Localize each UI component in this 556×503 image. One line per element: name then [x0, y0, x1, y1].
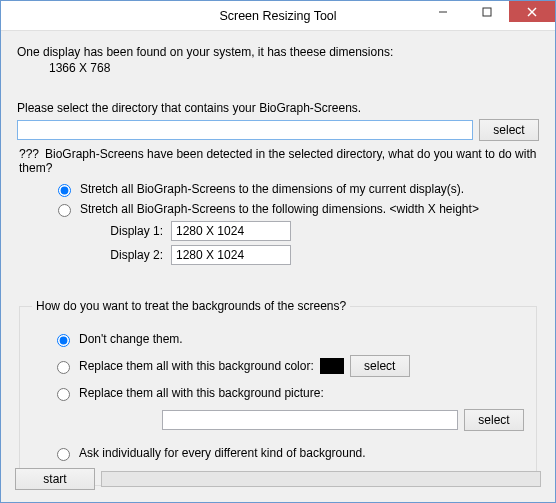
close-icon — [527, 7, 537, 17]
bg-opt-color-label: Replace them all with this background co… — [79, 358, 314, 374]
window: Screen Resizing Tool One display has bee… — [0, 0, 556, 503]
background-legend: How do you want to treat the backgrounds… — [32, 299, 350, 313]
maximize-icon — [482, 7, 492, 17]
bg-picture-row: select — [162, 409, 524, 431]
background-group: How do you want to treat the backgrounds… — [19, 299, 537, 486]
bg-opt-dont[interactable]: Don't change them. — [52, 331, 524, 347]
client-area: One display has been found on your syste… — [1, 31, 555, 496]
bg-opt-ask-label: Ask individually for every different kin… — [79, 445, 366, 461]
opt-stretch-current-radio[interactable] — [58, 184, 71, 197]
opt-stretch-current-label: Stretch all BioGraph-Screens to the dime… — [80, 181, 464, 197]
bg-opt-ask-radio[interactable] — [57, 448, 70, 461]
bg-picture-select-button[interactable]: select — [464, 409, 524, 431]
minimize-button[interactable] — [421, 1, 465, 22]
bottom-bar: start — [15, 468, 541, 490]
display1-input[interactable] — [171, 221, 291, 241]
display2-input[interactable] — [171, 245, 291, 265]
detected-line: ???BioGraph-Screens have been detected i… — [17, 147, 539, 175]
directory-prompt: Please select the directory that contain… — [17, 101, 539, 115]
bg-opt-color[interactable]: Replace them all with this background co… — [52, 355, 524, 377]
window-controls — [421, 1, 555, 22]
bg-opt-picture-radio[interactable] — [57, 388, 70, 401]
stretch-options: Stretch all BioGraph-Screens to the dime… — [17, 181, 539, 265]
opt-stretch-custom-label: Stretch all BioGraph-Screens to the foll… — [80, 201, 479, 217]
bg-opt-picture-label: Replace them all with this background pi… — [79, 385, 324, 401]
background-options: Don't change them. Replace them all with… — [32, 331, 524, 461]
opt-stretch-current[interactable]: Stretch all BioGraph-Screens to the dime… — [53, 181, 539, 197]
display-info-text: One display has been found on your syste… — [17, 45, 539, 59]
opt-stretch-custom[interactable]: Stretch all BioGraph-Screens to the foll… — [53, 201, 539, 217]
close-button[interactable] — [509, 1, 555, 22]
directory-input[interactable] — [17, 120, 473, 140]
minimize-icon — [438, 7, 448, 17]
bg-opt-ask[interactable]: Ask individually for every different kin… — [52, 445, 524, 461]
display2-label: Display 2: — [99, 248, 163, 262]
bg-opt-dont-label: Don't change them. — [79, 331, 183, 347]
display1-row: Display 1: — [99, 221, 539, 241]
bg-picture-input[interactable] — [162, 410, 458, 430]
start-button[interactable]: start — [15, 468, 95, 490]
directory-select-button[interactable]: select — [479, 119, 539, 141]
directory-row: select — [17, 119, 539, 141]
svg-rect-1 — [483, 8, 491, 16]
bg-opt-dont-radio[interactable] — [57, 334, 70, 347]
bg-color-select-button[interactable]: select — [350, 355, 410, 377]
titlebar: Screen Resizing Tool — [1, 1, 555, 31]
display2-row: Display 2: — [99, 245, 539, 265]
qmarks: ??? — [19, 147, 45, 161]
detected-text: BioGraph-Screens have been detected in t… — [19, 147, 536, 175]
progress-bar — [101, 471, 541, 487]
bg-opt-color-radio[interactable] — [57, 361, 70, 374]
bg-color-swatch — [320, 358, 344, 374]
opt-stretch-custom-radio[interactable] — [58, 204, 71, 217]
display1-label: Display 1: — [99, 224, 163, 238]
bg-opt-picture[interactable]: Replace them all with this background pi… — [52, 385, 524, 401]
display-dimensions: 1366 X 768 — [49, 61, 539, 75]
maximize-button[interactable] — [465, 1, 509, 22]
